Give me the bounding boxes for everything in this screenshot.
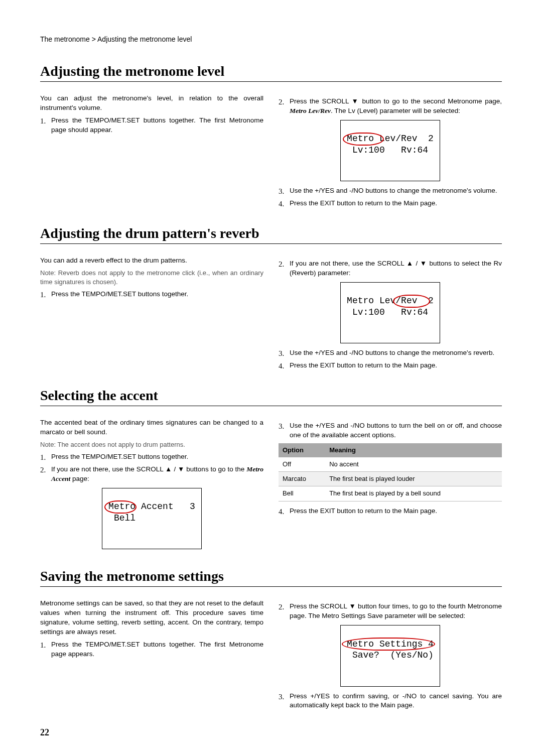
right-col: Press the SCROLL ▼ button to go to the s…: [279, 94, 502, 211]
text: . The Lv (Level) parameter will be selec…: [331, 107, 460, 114]
text: /: [172, 465, 178, 473]
text: Press the SCROLL: [290, 602, 349, 610]
step-list: Press the EXIT button to return to the M…: [279, 507, 502, 516]
step-list: Use the +/YES and -/NO buttons to change…: [279, 186, 502, 208]
step-list: Use the +/YES and -/NO buttons to turn t…: [279, 421, 502, 440]
text: /: [414, 260, 420, 267]
text: Press the SCROLL: [290, 97, 352, 105]
step: Use the +/YES and -/NO buttons to change…: [279, 186, 502, 196]
lcd-display: Metro Accent 3 Bell: [40, 488, 263, 550]
step: Press +/YES to confirm saving, or -/NO t…: [279, 692, 502, 711]
lcd-screen: Metro Lev/Rev 2 Lv:100 Rv:64: [340, 282, 440, 344]
step: Use the +/YES and -/NO buttons to change…: [279, 348, 502, 358]
text: If you are not there, use the SCROLL: [51, 465, 165, 473]
step-list: Press the SCROLL ▼ button to go to the s…: [279, 97, 502, 116]
heading-level: Adjusting the metronome level: [40, 63, 502, 82]
lcd-line: Bell: [108, 513, 136, 523]
step: Press the EXIT button to return to the M…: [279, 361, 502, 370]
scroll-up-icon: ▲: [165, 465, 172, 473]
step-list: If you are not there, use the SCROLL ▲ /…: [279, 259, 502, 278]
intro-text: You can adjust the metronome's level, in…: [40, 94, 263, 113]
step: Press the SCROLL ▼ button to go to the s…: [279, 97, 502, 116]
step-list: Press the TEMPO/MET.SET buttons together…: [40, 452, 263, 484]
lcd-line: Metro Lev/Rev 2: [347, 296, 434, 306]
intro-text: Metronome settings can be saved, so that…: [40, 599, 263, 637]
step: If you are not there, use the SCROLL ▲ /…: [40, 465, 263, 484]
step: Press the EXIT button to return to the M…: [279, 199, 502, 208]
step-list: Use the +/YES and -/NO buttons to change…: [279, 348, 502, 370]
step: Press the TEMPO/MET.SET buttons together…: [40, 640, 263, 659]
step-list: Press the TEMPO/MET.SET buttons together…: [40, 116, 263, 135]
table-header: Meaning: [325, 443, 502, 457]
step: Press the EXIT button to return to the M…: [279, 507, 502, 516]
table-row: Marcato The first beat is played louder: [279, 472, 502, 486]
left-col: You can adjust the metronome's level, in…: [40, 94, 263, 211]
table-header: Option: [279, 443, 325, 457]
lcd-line: Lv:100 Rv:64: [347, 307, 428, 317]
note-text: Note: Reverb does not apply to the metro…: [40, 269, 263, 287]
page: The metronome > Adjusting the metronome …: [0, 0, 542, 756]
breadcrumb: The metronome > Adjusting the metronome …: [40, 35, 502, 43]
scroll-down-icon: ▼: [420, 260, 427, 267]
cell-option: Off: [279, 457, 325, 472]
step: Press the TEMPO/MET.SET buttons together…: [40, 452, 263, 462]
text: buttons to go to the: [184, 465, 246, 473]
note-text: Note: The accent does not apply to drum …: [40, 440, 263, 449]
cell-meaning: The first beat is played louder: [325, 472, 502, 486]
intro-text: The accented beat of the ordinary times …: [40, 418, 263, 437]
cell-meaning: No accent: [325, 457, 502, 472]
cell-option: Bell: [279, 486, 325, 501]
scroll-down-icon: ▼: [352, 97, 359, 105]
scroll-down-icon: ▼: [349, 602, 356, 610]
page-ref: Metro Lev/Rev: [290, 107, 331, 114]
heading-accent: Selecting the accent: [40, 388, 502, 406]
heading-reverb: Adjusting the drum pattern's reverb: [40, 225, 502, 244]
lcd-display: Metro Settings 4 Save? (Yes/No): [279, 625, 502, 687]
left-col: Metronome settings can be saved, so that…: [40, 599, 263, 713]
lcd-screen: Metro Accent 3 Bell: [102, 488, 202, 550]
step: Press the SCROLL ▼ button four times, to…: [279, 602, 502, 621]
step-list: Press the SCROLL ▼ button four times, to…: [279, 602, 502, 621]
left-col: You can add a reverb effect to the drum …: [40, 256, 263, 373]
lcd-display: Metro Lev/Rev 2 Lv:100 Rv:64: [279, 120, 502, 182]
table-row: Off No accent: [279, 457, 502, 472]
lcd-line: Lv:100 Rv:64: [347, 145, 428, 155]
intro-text: You can add a reverb effect to the drum …: [40, 256, 263, 266]
step: Use the +/YES and -/NO buttons to turn t…: [279, 421, 502, 440]
page-number: 22: [40, 727, 49, 738]
lcd-line: Metro Settings 4: [347, 639, 434, 649]
lcd-line: Save? (Yes/No): [347, 650, 434, 660]
step: Press the TEMPO/MET.SET buttons together…: [40, 290, 263, 299]
section-body: You can add a reverb effect to the drum …: [40, 256, 502, 373]
step-list: Press the TEMPO/MET.SET buttons together…: [40, 640, 263, 659]
cell-meaning: The first beat is played by a bell sound: [325, 486, 502, 501]
right-col: Use the +/YES and -/NO buttons to turn t…: [279, 418, 502, 554]
text: If you are not there, use the SCROLL: [290, 260, 406, 267]
lcd-display: Metro Lev/Rev 2 Lv:100 Rv:64: [279, 282, 502, 344]
heading-saving: Saving the metronome settings: [40, 568, 502, 587]
step: Press the TEMPO/MET.SET buttons together…: [40, 116, 263, 135]
table-header-row: Option Meaning: [279, 443, 502, 457]
step: If you are not there, use the SCROLL ▲ /…: [279, 259, 502, 278]
scroll-down-icon: ▼: [178, 465, 184, 473]
section-body: The accented beat of the ordinary times …: [40, 418, 502, 554]
section-body: Metronome settings can be saved, so that…: [40, 599, 502, 713]
lcd-screen: Metro Lev/Rev 2 Lv:100 Rv:64: [340, 120, 440, 182]
cell-option: Marcato: [279, 472, 325, 486]
scroll-up-icon: ▲: [406, 260, 414, 267]
table-row: Bell The first beat is played by a bell …: [279, 486, 502, 501]
accent-options-table: Option Meaning Off No accent Marcato The…: [279, 443, 502, 501]
right-col: Press the SCROLL ▼ button four times, to…: [279, 599, 502, 713]
text: button to go to the second Metronome pag…: [359, 97, 502, 105]
right-col: If you are not there, use the SCROLL ▲ /…: [279, 256, 502, 373]
text: page:: [70, 475, 89, 482]
lcd-line: Metro Lev/Rev 2: [347, 134, 434, 144]
step-list: Press the TEMPO/MET.SET buttons together…: [40, 290, 263, 299]
left-col: The accented beat of the ordinary times …: [40, 418, 263, 554]
lcd-screen: Metro Settings 4 Save? (Yes/No): [340, 625, 440, 687]
section-body: You can adjust the metronome's level, in…: [40, 94, 502, 211]
step-list: Press +/YES to confirm saving, or -/NO t…: [279, 692, 502, 711]
lcd-line: Metro Accent 3: [108, 501, 195, 512]
